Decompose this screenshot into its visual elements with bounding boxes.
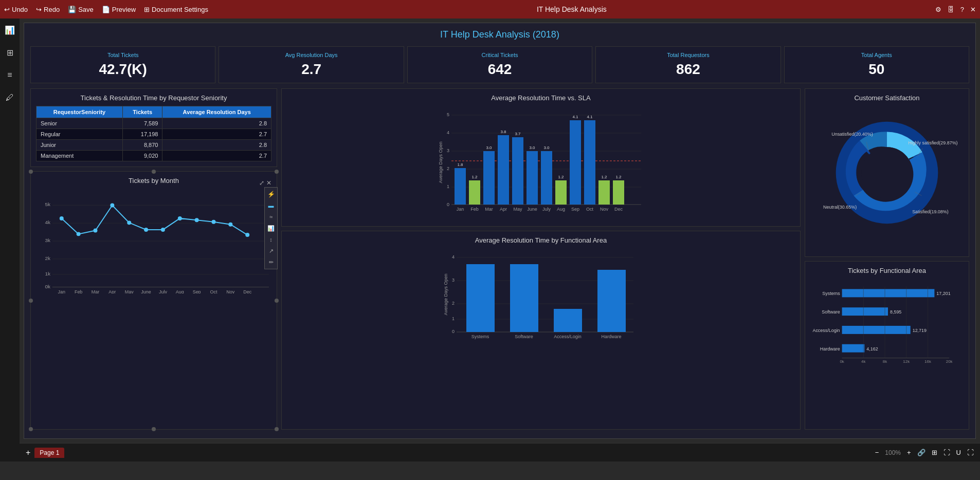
chart-data-point [144, 228, 148, 232]
tickets-by-month-chart: 5k 4k 3k 2k 1k 0k [36, 191, 271, 293]
bar-chart-type-btn[interactable]: ▬ [266, 200, 276, 211]
line-chart-title: Tickets by Month [95, 177, 213, 184]
kpi-total-agents-label: Total Agents [791, 52, 963, 58]
toolbar-right: ⚙ 🗄 ? ✕ [935, 6, 976, 13]
svg-rect-54 [570, 120, 581, 205]
svg-text:July: July [159, 289, 167, 293]
area-chart-type-btn[interactable]: 📊 [266, 223, 276, 233]
sort-btn[interactable]: ↕ [266, 234, 276, 245]
svg-text:Oct: Oct [210, 289, 217, 293]
fullscreen-btn[interactable]: ⛶ [967, 449, 974, 456]
resize-handle-top[interactable] [152, 170, 156, 174]
line-chart-type-btn[interactable]: ≈ [266, 212, 276, 222]
svg-text:Neutral(30.65%): Neutral(30.65%) [823, 205, 857, 210]
svg-text:May: May [125, 289, 134, 293]
undo-button[interactable]: ↩ Undo [4, 6, 28, 13]
svg-text:16k: 16k [924, 360, 931, 364]
kpi-total-agents-value: 50 [791, 61, 963, 78]
customer-satisfaction-chart: Unsatisfied(20.40%) Highly satisfied(29.… [810, 106, 964, 239]
svg-text:Software: Software [515, 334, 533, 339]
customer-satisfaction-panel: Customer Satisfaction [805, 88, 969, 257]
save-button[interactable]: 💾 Save [68, 6, 94, 13]
svg-text:4: 4 [447, 130, 449, 135]
trend-btn[interactable]: ↗ [266, 246, 276, 256]
link-btn[interactable]: 🔗 [917, 449, 925, 456]
underline-btn[interactable]: U [956, 449, 961, 456]
settings-icon-btn[interactable]: ⚙ [935, 6, 941, 13]
resize-handle-right[interactable] [275, 299, 279, 303]
kpi-critical-tickets-value: 642 [414, 61, 586, 78]
resize-handle-tl[interactable] [29, 170, 33, 174]
resize-handle-left[interactable] [29, 299, 33, 303]
chart-data-point [127, 220, 131, 225]
delete-btn[interactable]: ✕ [266, 179, 271, 187]
svg-rect-58 [598, 180, 610, 205]
edit-btn[interactable]: ✏ [266, 257, 276, 267]
kpi-total-tickets-value: 42.7(K) [37, 61, 209, 78]
line-chart-panel: Tickets by Month ⤢ ✕ 5k 4k 3k 2k 1k 0k [30, 171, 277, 430]
main-area: IT Help Desk Analysis (2018) Total Ticke… [20, 19, 980, 461]
zoom-in-btn[interactable]: + [907, 449, 911, 456]
help-icon-btn[interactable]: ? [960, 6, 964, 13]
add-page-button[interactable]: + [26, 448, 30, 457]
filter-icon-btn[interactable]: ⚡ [266, 189, 276, 199]
table-row: Regular17,1982.7 [37, 129, 271, 140]
svg-rect-40 [469, 180, 480, 205]
svg-text:3.8: 3.8 [500, 130, 506, 134]
svg-text:Sep: Sep [571, 207, 579, 212]
svg-text:20k: 20k [946, 360, 953, 364]
resize-handle-br[interactable] [275, 427, 279, 431]
chart-data-point [178, 216, 182, 220]
tickets-functional-panel: Tickets by Functional Area Systems Softw… [805, 261, 969, 430]
svg-rect-111 [842, 326, 911, 334]
expand-btn[interactable]: ⤢ [259, 179, 264, 187]
svg-rect-88 [597, 270, 626, 332]
svg-text:Sep: Sep [193, 289, 201, 293]
close-button[interactable]: ✕ [970, 6, 976, 13]
sidebar-icon-note[interactable]: 🖊 [3, 90, 17, 105]
avg-resolution-sla-panel: Average Resolution Time vs. SLA 5 4 3 2 … [281, 88, 801, 227]
redo-button[interactable]: ↪ Redo [36, 6, 60, 13]
chart-data-point [110, 204, 114, 208]
fit-btn[interactable]: ⛶ [943, 449, 950, 456]
avg-resolution-functional-chart: 4 3 2 1 0 Average Days Open [287, 248, 795, 341]
database-icon-btn[interactable]: 🗄 [948, 6, 954, 13]
svg-text:Unsatisfied(20.40%): Unsatisfied(20.40%) [831, 132, 873, 137]
svg-rect-56 [584, 120, 595, 205]
sidebar-icon-grid[interactable]: ⊞ [3, 45, 17, 60]
middle-column: Average Resolution Time vs. SLA 5 4 3 2 … [281, 88, 801, 430]
kpi-total-requestors-value: 862 [602, 61, 774, 78]
svg-text:0: 0 [452, 329, 455, 334]
svg-text:1k: 1k [45, 271, 50, 276]
zoom-out-btn[interactable]: − [875, 449, 879, 456]
svg-text:Aug: Aug [557, 207, 565, 212]
resize-handle-bottom[interactable] [152, 427, 156, 431]
seniority-table: RequestorSeniority Tickets Average Resol… [36, 106, 271, 161]
preview-button[interactable]: 📄 Preview [102, 6, 136, 13]
sidebar-icon-data[interactable]: ≡ [3, 68, 17, 82]
svg-text:Jan: Jan [457, 207, 464, 212]
svg-text:5k: 5k [45, 201, 50, 207]
svg-text:3.0: 3.0 [486, 145, 492, 150]
svg-text:Apr: Apr [108, 289, 116, 293]
svg-text:Aug: Aug [176, 289, 184, 293]
page-tab[interactable]: Page 1 [34, 449, 64, 456]
chart-filter-panel: ⚡ ▬ ≈ 📊 ↕ ↗ ✏ [264, 187, 278, 269]
svg-text:8,595: 8,595 [890, 309, 901, 315]
kpi-total-tickets-label: Total Tickets [37, 52, 209, 58]
sidebar-icon-chart[interactable]: 📊 [3, 23, 17, 37]
status-bar: + Page 1 − 100% + 🔗 ⊞ ⛶ U ⛶ [20, 443, 980, 461]
left-column: Tickets & Resolution Time by Requestor S… [30, 88, 277, 430]
undo-icon: ↩ [4, 6, 10, 13]
col-header-seniority: RequestorSeniority [37, 106, 123, 118]
document-settings-button[interactable]: ⊞ Document Settings [144, 6, 208, 13]
svg-text:2: 2 [447, 166, 449, 171]
grid-view-btn[interactable]: ⊞ [932, 449, 937, 456]
svg-text:Software: Software [822, 309, 840, 315]
avg-resolution-functional-panel: Average Resolution Time by Functional Ar… [281, 231, 801, 430]
svg-rect-109 [842, 307, 888, 316]
toolbar-title: IT Help Desk Analysis [216, 5, 927, 13]
svg-text:Systems: Systems [471, 334, 489, 339]
resize-handle-bl[interactable] [29, 427, 33, 431]
resize-handle-tr[interactable] [275, 170, 279, 174]
